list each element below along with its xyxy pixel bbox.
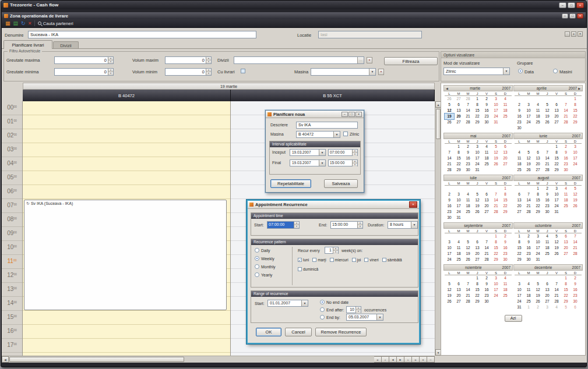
day-cell[interactable]: 23 [501,251,510,257]
day-cell[interactable]: 8 [454,150,463,155]
day-cell[interactable]: 28 [482,257,491,262]
weekday-vineri[interactable]: vineri [364,258,379,262]
checkbox-icon[interactable] [364,258,368,262]
horizontal-scroll-thumb[interactable] [9,357,184,362]
day-cell[interactable]: 26 [445,299,454,304]
day-cell[interactable]: 10 [454,197,463,203]
day-cell[interactable]: 25 [543,251,552,257]
inceput-time-value[interactable]: 07:00:00 [329,150,352,155]
day-cell[interactable]: 11 [561,191,571,197]
chevron-down-icon[interactable]: ▼ [333,132,340,137]
end-by-option[interactable]: End by: [320,315,340,320]
day-cell[interactable]: 4 [552,304,561,310]
day-cell[interactable]: 26 [445,96,454,102]
day-cell[interactable]: 24 [571,161,580,167]
day-cell[interactable]: 30 [524,257,533,262]
day-cell[interactable]: 5 [463,239,473,245]
day-cell[interactable]: 8 [473,281,482,287]
masina-dialog-value[interactable]: B 40472 [297,132,333,137]
weekday-duminica[interactable]: duminică [298,267,318,271]
day-cell[interactable]: 15 [533,197,543,203]
checkbox-icon[interactable] [298,267,302,271]
day-cell[interactable]: 28 [445,167,454,173]
day-cell[interactable]: 26 [543,119,552,125]
view-mode-combo[interactable]: Zilnic ▼ [443,68,510,75]
day-cell[interactable]: 18 [515,161,524,167]
remove-icon[interactable]: − [427,356,435,363]
day-cell[interactable]: 11 [515,155,524,161]
day-cell[interactable]: 12 [445,287,454,293]
day-cell[interactable]: 6 [454,102,463,108]
day-cell[interactable]: 29 [571,119,580,125]
chevron-down-icon[interactable]: ▼ [319,160,325,166]
day-cell[interactable]: 18 [543,245,552,251]
clear-masina-icon[interactable]: × [378,69,384,75]
day-cell[interactable]: 12 [571,191,580,197]
day-cell[interactable]: 1 [454,144,463,150]
day-cell[interactable]: 31 [491,119,501,125]
add-icon[interactable]: + [571,31,576,37]
day-cell[interactable]: 6 [482,191,491,197]
day-cell[interactable]: 16 [561,155,571,161]
day-cell[interactable]: 23 [561,161,571,167]
spinner-arrows-icon[interactable]: ▲▼ [355,307,361,313]
day-cell[interactable]: 17 [515,293,524,299]
day-cell[interactable]: 6 [515,191,524,197]
denumire-input[interactable]: Suceava - IKA [28,31,256,38]
day-cell[interactable]: 5 [552,233,561,239]
day-cell[interactable]: 30 [515,125,524,131]
day-cell[interactable]: 31 [552,209,561,215]
day-cell[interactable]: 1 [552,144,561,150]
weekday-luni[interactable]: ✓luni [298,258,309,262]
chevron-down-icon[interactable]: ▼ [411,222,417,228]
day-cell[interactable]: 5 [491,144,501,150]
day-cell[interactable]: 9 [445,197,454,203]
day-cell[interactable]: 22 [501,203,510,209]
day-cell[interactable]: 5 [561,304,571,310]
day-cell[interactable]: 5 [543,102,552,108]
day-cell[interactable]: 13 [515,197,524,203]
today-button[interactable]: Azi [505,315,522,322]
day-cell[interactable]: 6 [473,239,482,245]
day-cell[interactable]: 10 [552,191,561,197]
day-cell[interactable]: 31 [533,257,543,262]
day-cell[interactable]: 14 [524,197,533,203]
daily-radio[interactable] [255,248,259,253]
day-cell[interactable]: 2 [524,233,533,239]
day-cell[interactable]: 12 [491,150,501,155]
day-cell[interactable]: 6 [501,144,510,150]
day-cell[interactable]: 13 [552,108,561,113]
day-cell[interactable]: 23 [571,293,580,299]
day-cell[interactable]: 23 [482,113,491,119]
minimize-icon[interactable]: − [559,2,566,8]
range-start-combo[interactable]: 01.01.2007 ▼ [267,300,308,307]
day-cell[interactable]: 21 [524,203,533,209]
day-cell[interactable]: 4 [454,239,463,245]
day-cell[interactable]: 23 [482,293,491,299]
grupare-data-radio[interactable] [518,69,523,73]
recur-every-value[interactable]: 1 [325,247,333,253]
end-after-stepper[interactable]: 10 ▲▼ [346,306,361,313]
day-cell[interactable]: 17 [445,251,454,257]
day-cell[interactable]: 26 [463,257,473,262]
refresh-icon[interactable]: ↻ [21,21,26,26]
final-date-value[interactable]: 19.03.2007 [290,160,319,166]
day-cell[interactable]: 24 [552,203,561,209]
start-time-value[interactable]: 07:00:00 [267,222,294,228]
day-cell[interactable]: 7 [491,191,501,197]
day-cell[interactable]: 17 [552,197,561,203]
spinner-arrows-icon[interactable]: ▲▼ [352,160,357,166]
next-fast-icon[interactable]: › [404,356,412,363]
day-cell[interactable]: 30 [482,299,491,304]
day-cell[interactable]: 29 [491,257,501,262]
day-cell[interactable]: 10 [491,102,501,108]
day-cell[interactable]: 18 [482,155,491,161]
greutate-maxima-stepper[interactable]: 0 ▲▼ [54,56,114,64]
day-cell[interactable]: 15 [571,108,580,113]
day-cell[interactable]: 13 [501,150,510,155]
end-after-option[interactable]: End after: [320,307,344,312]
day-cell[interactable]: 6 [454,281,463,287]
day-cell[interactable]: 15 [491,245,501,251]
end-after-value[interactable]: 10 [347,307,355,313]
zilnic-checkbox[interactable] [343,132,348,136]
